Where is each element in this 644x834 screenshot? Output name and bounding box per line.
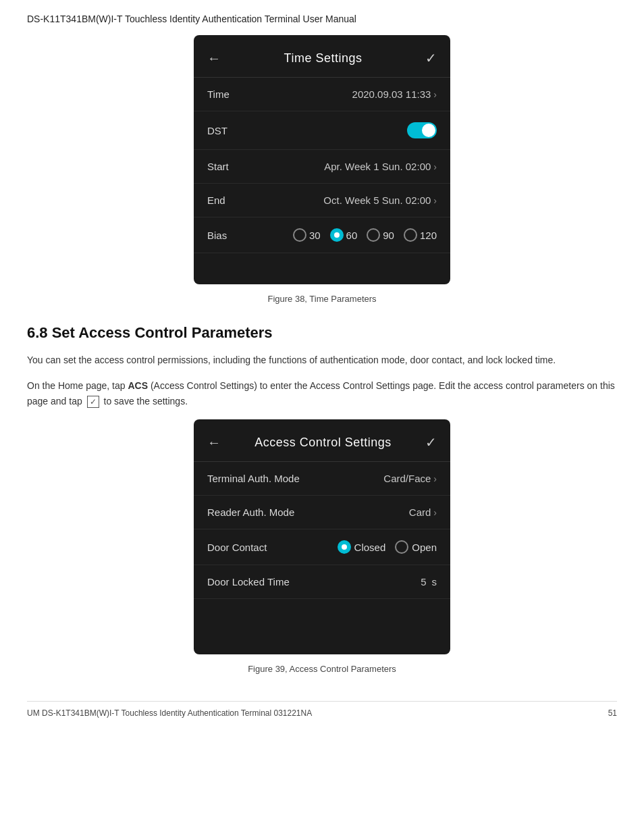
end-row-value: Oct. Week 5 Sun. 02:00 › [323,194,437,206]
figure38-caption: Figure 38, Time Parameters [27,294,617,304]
time-save-button[interactable]: ✓ [425,50,437,66]
bias-30-label: 30 [309,230,321,241]
time-chevron-icon: › [433,89,437,100]
terminal-auth-chevron-icon: › [433,473,437,484]
start-row-value: Apr. Week 1 Sun. 02:00 › [324,161,437,172]
acs-screen-spacer2 [194,623,450,648]
bias-option-60[interactable]: 60 [330,228,358,242]
time-settings-titlebar: ← Time Settings ✓ [194,42,450,78]
dst-row-label: DST [207,125,227,136]
acs-title: Access Control Settings [254,436,392,450]
bias-90-label: 90 [383,230,394,241]
reader-auth-value: Card › [409,506,437,518]
reader-auth-chevron-icon: › [433,507,437,518]
doc-footer: UM DS-K1T341BM(W)I-T Touchless Identity … [27,701,617,718]
section-68: 6.8 Set Access Control Parameters You ca… [27,324,617,409]
door-open-option[interactable]: Open [395,540,437,554]
bias-120-label: 120 [420,230,437,241]
bias-60-label: 60 [346,230,358,241]
terminal-auth-value: Card/Face › [383,473,437,484]
bias-60-radio[interactable] [330,228,344,242]
start-row-label: Start [207,161,229,172]
section-68-heading: 6.8 Set Access Control Parameters [27,324,617,342]
time-row-value: 2020.09.03 11:33 › [352,88,437,100]
bias-option-90[interactable]: 90 [367,228,394,242]
door-locked-time-unit: s [432,576,437,588]
door-locked-time-label: Door Locked Time [207,576,290,588]
para2-before: On the Home page, tap [27,380,128,391]
bias-option-30[interactable]: 30 [293,228,321,242]
para2-after: to save the settings. [101,396,188,407]
door-closed-option[interactable]: Closed [338,540,386,554]
end-row-label: End [207,194,225,206]
terminal-auth-row[interactable]: Terminal Auth. Mode Card/Face › [194,462,450,496]
terminal-auth-label: Terminal Auth. Mode [207,473,300,484]
bias-90-radio[interactable] [367,228,380,242]
door-contact-label: Door Contact [207,542,267,553]
figure39-screen-wrapper: ← Access Control Settings ✓ Terminal Aut… [27,419,617,654]
reader-auth-label: Reader Auth. Mode [207,506,294,518]
door-closed-radio[interactable] [338,540,351,554]
acs-back-button[interactable]: ← [207,435,221,450]
bias-options-group: 30 60 90 120 [293,228,437,242]
dst-row[interactable]: DST [194,111,450,150]
acs-screen-spacer [194,599,450,623]
door-closed-label: Closed [354,542,386,553]
start-chevron-icon: › [433,161,437,172]
bias-option-120[interactable]: 120 [404,228,437,242]
door-contact-radio-group: Closed Open [338,540,437,554]
bias-row: Bias 30 60 90 120 [194,217,450,253]
time-row-label: Time [207,88,230,100]
door-locked-time-value: 5 s [421,576,437,588]
dst-toggle[interactable] [407,122,437,138]
footer-left: UM DS-K1T341BM(W)I-T Touchless Identity … [27,708,312,718]
start-row[interactable]: Start Apr. Week 1 Sun. 02:00 › [194,150,450,184]
figure39-caption: Figure 39, Access Control Parameters [27,664,617,674]
door-locked-time-row[interactable]: Door Locked Time 5 s [194,565,450,599]
access-control-screen: ← Access Control Settings ✓ Terminal Aut… [194,419,450,654]
doc-header: DS-K11T341BM(W)I-T Touchless Identity Au… [27,14,617,24]
bias-30-radio[interactable] [293,228,306,242]
dst-toggle-knob [422,124,435,137]
section-68-para1: You can set the access control permissio… [27,353,617,367]
door-open-label: Open [412,542,437,553]
acs-save-button[interactable]: ✓ [425,434,437,450]
footer-right: 51 [608,708,617,718]
bias-120-radio[interactable] [404,228,417,242]
time-row[interactable]: Time 2020.09.03 11:33 › [194,78,450,111]
bias-label: Bias [207,230,227,241]
door-contact-row: Door Contact Closed Open [194,529,450,565]
time-settings-title: Time Settings [284,51,363,66]
end-row[interactable]: End Oct. Week 5 Sun. 02:00 › [194,184,450,217]
section-68-para2: On the Home page, tap ACS (Access Contro… [27,378,617,409]
para2-bold: ACS [128,380,148,391]
reader-auth-row[interactable]: Reader Auth. Mode Card › [194,496,450,529]
time-settings-screen: ← Time Settings ✓ Time 2020.09.03 11:33 … [194,35,450,284]
acs-titlebar: ← Access Control Settings ✓ [194,426,450,462]
checkmark-inline-icon: ✓ [87,396,99,408]
door-open-radio[interactable] [395,540,408,554]
time-screen-spacer [194,253,450,278]
end-chevron-icon: › [433,195,437,206]
dst-toggle-wrapper[interactable] [407,122,437,138]
figure38-screen-wrapper: ← Time Settings ✓ Time 2020.09.03 11:33 … [27,35,617,284]
time-back-button[interactable]: ← [207,51,221,66]
